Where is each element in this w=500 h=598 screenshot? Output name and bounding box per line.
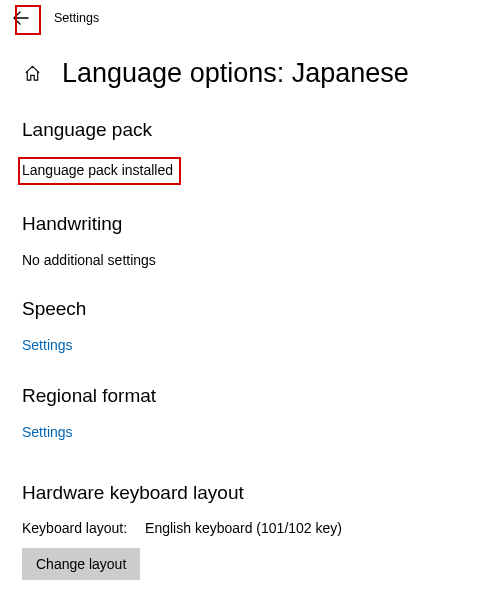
- section-regional-format-heading: Regional format: [22, 385, 478, 407]
- keyboard-layout-value: English keyboard (101/102 key): [145, 520, 342, 536]
- window-title: Settings: [54, 11, 99, 25]
- back-button[interactable]: [4, 3, 38, 33]
- home-button[interactable]: [22, 64, 42, 84]
- highlight-language-pack-status: Language pack installed: [18, 157, 181, 185]
- speech-settings-link[interactable]: Settings: [22, 337, 73, 353]
- handwriting-status: No additional settings: [22, 252, 156, 268]
- section-handwriting-heading: Handwriting: [22, 213, 478, 235]
- section-speech-heading: Speech: [22, 298, 478, 320]
- section-hardware-keyboard-heading: Hardware keyboard layout: [22, 482, 478, 504]
- regional-format-settings-link[interactable]: Settings: [22, 424, 73, 440]
- language-pack-status: Language pack installed: [22, 162, 173, 178]
- page-title: Language options: Japanese: [62, 58, 409, 89]
- change-layout-button[interactable]: Change layout: [22, 548, 140, 580]
- section-language-pack-heading: Language pack: [22, 119, 478, 141]
- keyboard-layout-label: Keyboard layout:: [22, 520, 127, 536]
- back-arrow-icon: [12, 9, 30, 27]
- home-icon: [23, 64, 42, 83]
